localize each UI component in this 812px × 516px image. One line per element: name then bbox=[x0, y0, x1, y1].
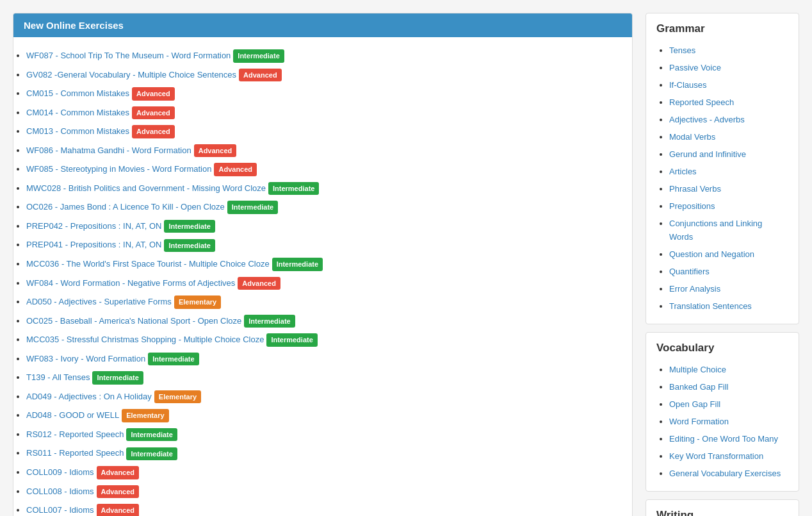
grammar-section: Grammar TensesPassive VoiceIf-ClausesRep… bbox=[646, 13, 799, 324]
exercise-link[interactable]: RS012 - Reported Speech bbox=[26, 429, 124, 439]
grammar-title: Grammar bbox=[656, 22, 788, 35]
level-badge: Intermediate bbox=[148, 353, 199, 366]
exercise-link[interactable]: WF085 - Stereotyping in Movies - Word Fo… bbox=[26, 164, 211, 174]
grammar-link[interactable]: Error Analysis bbox=[669, 284, 720, 294]
grammar-link[interactable]: Phrasal Verbs bbox=[669, 184, 721, 194]
list-item: MCC036 - The World's First Space Tourist… bbox=[26, 254, 626, 274]
exercise-link[interactable]: OC026 - James Bond : A Licence To Kill -… bbox=[26, 202, 225, 212]
level-badge: Intermediate bbox=[266, 333, 317, 347]
exercise-link[interactable]: COLL008 - Idioms bbox=[26, 487, 94, 496]
vocabulary-link[interactable]: Key Word Transformation bbox=[669, 451, 763, 461]
grammar-link[interactable]: Gerund and Infinitive bbox=[669, 149, 746, 159]
vocabulary-link[interactable]: General Vocabulary Exercises bbox=[669, 469, 781, 478]
exercise-link[interactable]: PREP042 - Prepositions : IN, AT, ON bbox=[26, 221, 161, 231]
exercise-link[interactable]: T139 - All Tenses bbox=[26, 372, 90, 382]
list-item: Prepositions bbox=[669, 197, 788, 215]
list-item: Reported Speech bbox=[669, 94, 788, 111]
grammar-list: TensesPassive VoiceIf-ClausesReported Sp… bbox=[656, 42, 788, 315]
sidebar: Grammar TensesPassive VoiceIf-ClausesRep… bbox=[646, 13, 799, 516]
grammar-link[interactable]: Tenses bbox=[669, 46, 695, 55]
exercises-title: New Online Exercises bbox=[24, 20, 124, 31]
level-badge: Intermediate bbox=[126, 428, 177, 442]
list-item: MCC035 - Stressful Christmas Shopping - … bbox=[26, 330, 626, 349]
grammar-link[interactable]: Prepositions bbox=[669, 201, 715, 211]
exercise-link[interactable]: WF086 - Mahatma Gandhi - Word Formation bbox=[26, 146, 191, 155]
list-item: Word Formation bbox=[669, 413, 788, 430]
writing-title: Writing bbox=[656, 509, 788, 516]
exercise-link[interactable]: COLL009 - Idioms bbox=[26, 467, 94, 477]
list-item: Modal Verbs bbox=[669, 128, 788, 146]
grammar-link[interactable]: Translation Sentences bbox=[669, 301, 752, 311]
list-item: T139 - All TensesIntermediate bbox=[26, 368, 626, 387]
grammar-link[interactable]: Question and Negation bbox=[669, 249, 754, 259]
level-badge: Intermediate bbox=[164, 220, 215, 233]
level-badge: Advanced bbox=[132, 125, 175, 138]
vocabulary-link[interactable]: Editing - One Word Too Many bbox=[669, 434, 778, 444]
grammar-link[interactable]: Conjunctions and Linking Words bbox=[669, 219, 762, 242]
list-item: Passive Voice bbox=[669, 59, 788, 76]
list-item: Banked Gap Fill bbox=[669, 378, 788, 395]
exercise-link[interactable]: CM015 - Common Mistakes bbox=[26, 88, 129, 98]
grammar-link[interactable]: If-Clauses bbox=[669, 80, 707, 90]
exercises-header: New Online Exercises bbox=[13, 13, 632, 37]
grammar-link[interactable]: Articles bbox=[669, 167, 697, 176]
vocabulary-link[interactable]: Word Formation bbox=[669, 417, 729, 426]
grammar-link[interactable]: Adjectives - Adverbs bbox=[669, 115, 745, 124]
writing-section: Writing bbox=[646, 499, 799, 516]
exercises-box: New Online Exercises WF087 - School Trip… bbox=[13, 13, 633, 516]
list-item: If-Clauses bbox=[669, 76, 788, 94]
exercise-link[interactable]: PREP041 - Prepositions : IN, AT, ON bbox=[26, 240, 161, 249]
exercise-link[interactable]: AD049 - Adjectives : On A Holiday bbox=[26, 392, 152, 401]
exercise-link[interactable]: MCC036 - The World's First Space Tourist… bbox=[26, 259, 270, 269]
exercise-link[interactable]: WF087 - School Trip To The Museum - Word… bbox=[26, 51, 231, 60]
vocabulary-list: Multiple ChoiceBanked Gap FillOpen Gap F… bbox=[656, 361, 788, 482]
vocabulary-link[interactable]: Open Gap Fill bbox=[669, 399, 720, 409]
list-item: RS011 - Reported SpeechIntermediate bbox=[26, 444, 626, 463]
vocabulary-link[interactable]: Banked Gap Fill bbox=[669, 382, 729, 392]
list-item: Conjunctions and Linking Words bbox=[669, 215, 788, 246]
grammar-link[interactable]: Quantifiers bbox=[669, 267, 710, 276]
exercise-link[interactable]: RS011 - Reported Speech bbox=[26, 448, 124, 458]
list-item: WF084 - Word Formation - Negative Forms … bbox=[26, 274, 626, 293]
level-badge: Advanced bbox=[97, 504, 140, 516]
exercise-link[interactable]: MCC035 - Stressful Christmas Shopping - … bbox=[26, 335, 264, 344]
exercise-link[interactable]: COLL007 - Idioms bbox=[26, 505, 94, 515]
level-badge: Elementary bbox=[154, 390, 201, 404]
level-badge: Advanced bbox=[194, 144, 237, 158]
exercise-link[interactable]: AD050 - Adjectives - Superlative Forms bbox=[26, 297, 172, 306]
list-item: COLL007 - IdiomsAdvanced bbox=[26, 501, 626, 516]
list-item: COLL008 - IdiomsAdvanced bbox=[26, 482, 626, 501]
list-item: WF083 - Ivory - Word FormationIntermedia… bbox=[26, 349, 626, 369]
grammar-link[interactable]: Reported Speech bbox=[669, 97, 734, 107]
exercise-link[interactable]: GV082 -General Vocabulary - Multiple Cho… bbox=[26, 70, 236, 79]
grammar-link[interactable]: Modal Verbs bbox=[669, 132, 715, 142]
exercise-link[interactable]: MWC028 - British Politics and Government… bbox=[26, 183, 266, 193]
list-item: MWC028 - British Politics and Government… bbox=[26, 179, 626, 198]
grammar-link[interactable]: Passive Voice bbox=[669, 63, 721, 72]
level-badge: Advanced bbox=[238, 277, 280, 290]
vocabulary-link[interactable]: Multiple Choice bbox=[669, 365, 726, 374]
vocabulary-title: Vocabulary bbox=[656, 342, 788, 354]
level-badge: Advanced bbox=[132, 87, 175, 101]
list-item: Open Gap Fill bbox=[669, 395, 788, 413]
exercise-link[interactable]: WF083 - Ivory - Word Formation bbox=[26, 354, 145, 363]
list-item: COLL009 - IdiomsAdvanced bbox=[26, 463, 626, 482]
exercise-link[interactable]: CM014 - Common Mistakes bbox=[26, 108, 129, 117]
list-item: WF086 - Mahatma Gandhi - Word FormationA… bbox=[26, 141, 626, 160]
exercise-link[interactable]: OC025 - Baseball - America's National Sp… bbox=[26, 316, 241, 326]
level-badge: Intermediate bbox=[227, 201, 278, 214]
level-badge: Advanced bbox=[132, 106, 175, 120]
list-item: AD048 - GOOD or WELLElementary bbox=[26, 406, 626, 425]
level-badge: Intermediate bbox=[126, 447, 177, 461]
exercise-link[interactable]: WF084 - Word Formation - Negative Forms … bbox=[26, 278, 235, 288]
exercise-link[interactable]: AD048 - GOOD or WELL bbox=[26, 410, 119, 420]
exercise-link[interactable]: CM013 - Common Mistakes bbox=[26, 126, 129, 136]
list-item: RS012 - Reported SpeechIntermediate bbox=[26, 425, 626, 444]
level-badge: Elementary bbox=[122, 409, 168, 422]
list-item: Adjectives - Adverbs bbox=[669, 111, 788, 128]
list-item: Multiple Choice bbox=[669, 361, 788, 378]
level-badge: Intermediate bbox=[244, 315, 295, 328]
level-badge: Intermediate bbox=[233, 49, 284, 63]
exercises-list: WF087 - School Trip To The Museum - Word… bbox=[13, 37, 632, 516]
list-item: General Vocabulary Exercises bbox=[669, 465, 788, 482]
